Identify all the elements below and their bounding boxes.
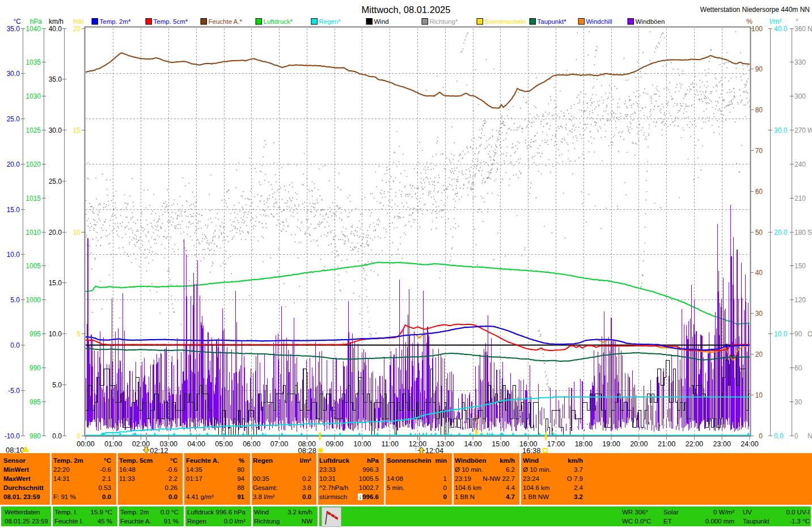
svg-text:270: 270	[794, 126, 806, 134]
svg-text:150: 150	[794, 262, 806, 270]
svg-text:Windchill: Windchill	[586, 18, 612, 25]
svg-text:11:00: 11:00	[382, 440, 399, 448]
svg-text:360: 360	[794, 25, 806, 33]
svg-text:06:00: 06:00	[243, 440, 260, 448]
svg-text:Taupunkt*: Taupunkt*	[538, 18, 567, 25]
svg-text:19:00: 19:00	[602, 440, 620, 448]
svg-text:°: °	[796, 17, 798, 26]
svg-text:Temp. 5cm*: Temp. 5cm*	[154, 18, 188, 25]
svg-text:O: O	[807, 330, 812, 338]
svg-text:21:00: 21:00	[658, 440, 675, 448]
svg-text:40: 40	[755, 269, 763, 277]
svg-text:15: 15	[73, 126, 81, 134]
svg-text:50: 50	[755, 229, 763, 236]
svg-text:90: 90	[794, 330, 802, 338]
svg-text:12:04: 12:04	[425, 446, 444, 454]
svg-text:10.0: 10.0	[7, 251, 20, 259]
svg-text:04:00: 04:00	[188, 440, 205, 448]
svg-text:40.0: 40.0	[774, 25, 788, 33]
svg-text:24:00: 24:00	[741, 440, 758, 448]
svg-text:10: 10	[755, 391, 763, 399]
svg-text:Luftdruck*: Luftdruck*	[264, 18, 293, 25]
svg-text:S: S	[807, 229, 812, 236]
svg-text:Richtung*: Richtung*	[430, 18, 458, 25]
svg-text:Feuchte A.*: Feuchte A.*	[209, 18, 243, 25]
svg-text:12:00: 12:00	[409, 440, 426, 448]
svg-text:985: 985	[29, 398, 41, 406]
svg-text:Mittwoch, 08.01.2025: Mittwoch, 08.01.2025	[362, 5, 451, 15]
svg-text:70: 70	[755, 147, 763, 155]
svg-text:60: 60	[794, 364, 802, 372]
svg-text:22:00: 22:00	[686, 440, 703, 448]
svg-text:30.0: 30.0	[49, 126, 62, 134]
svg-text:0.0: 0.0	[774, 432, 784, 440]
svg-text:02:12: 02:12	[150, 446, 168, 454]
svg-text:5: 5	[77, 330, 81, 338]
svg-text:%: %	[746, 18, 752, 26]
svg-text:km/h: km/h	[49, 18, 64, 26]
svg-text:80: 80	[755, 106, 763, 114]
svg-text:30: 30	[794, 398, 802, 406]
svg-text:1030: 1030	[26, 92, 41, 100]
svg-text:995: 995	[29, 330, 41, 338]
svg-text:35.0: 35.0	[49, 75, 62, 83]
svg-text:Regen*: Regen*	[319, 18, 341, 25]
svg-text:20.0: 20.0	[774, 229, 788, 236]
svg-text:25.0: 25.0	[7, 115, 20, 123]
svg-text:30: 30	[755, 310, 763, 318]
svg-text:30.0: 30.0	[774, 126, 788, 134]
svg-text:°C: °C	[14, 18, 22, 26]
svg-text:0: 0	[759, 432, 763, 440]
svg-text:01:00: 01:00	[104, 440, 122, 448]
svg-text:100: 100	[751, 25, 763, 33]
svg-text:10.0: 10.0	[774, 330, 788, 338]
svg-text:W: W	[807, 126, 812, 134]
svg-text:08:10: 08:10	[6, 446, 24, 454]
svg-text:20:00: 20:00	[630, 440, 648, 448]
svg-text:1005: 1005	[26, 262, 41, 270]
svg-text:990: 990	[29, 364, 41, 372]
svg-text:1040: 1040	[26, 25, 41, 33]
svg-text:14:00: 14:00	[464, 440, 481, 448]
svg-text:Wind: Wind	[374, 18, 389, 25]
svg-text:20: 20	[73, 25, 81, 33]
svg-text:0: 0	[794, 432, 798, 440]
svg-text:hPa: hPa	[30, 18, 43, 26]
svg-text:15.0: 15.0	[7, 206, 20, 214]
svg-text:980: 980	[29, 432, 41, 440]
svg-text:300: 300	[794, 92, 806, 100]
svg-text:1015: 1015	[26, 195, 41, 202]
svg-text:min: min	[73, 18, 84, 26]
svg-text:18:00: 18:00	[575, 440, 593, 448]
svg-text:07:00: 07:00	[270, 440, 288, 448]
svg-text:0.0: 0.0	[10, 341, 20, 349]
svg-text:02:00: 02:00	[132, 440, 150, 448]
svg-text:Sonnenschein: Sonnenschein	[485, 18, 526, 25]
svg-text:10:00: 10:00	[353, 440, 371, 448]
svg-text:20.0: 20.0	[7, 160, 20, 168]
svg-text:05:00: 05:00	[215, 440, 232, 448]
svg-text:5.0: 5.0	[52, 381, 62, 389]
svg-text:N: N	[807, 25, 812, 33]
svg-text:330: 330	[794, 58, 806, 66]
svg-text:17:00: 17:00	[547, 440, 565, 448]
svg-text:1025: 1025	[26, 126, 41, 134]
svg-text:20.0: 20.0	[49, 229, 62, 236]
svg-text:35.0: 35.0	[7, 25, 20, 33]
svg-text:09:00: 09:00	[325, 440, 343, 448]
svg-text:240: 240	[794, 160, 806, 168]
svg-text:l/m²: l/m²	[769, 17, 782, 26]
svg-text:40.0: 40.0	[49, 25, 62, 33]
svg-text:1020: 1020	[26, 160, 41, 168]
svg-text:15.0: 15.0	[49, 279, 62, 287]
svg-text:1035: 1035	[26, 58, 41, 66]
svg-text:Wetterstation Niedersorpe 440m: Wetterstation Niedersorpe 440m NN	[700, 6, 810, 14]
svg-text:5.0: 5.0	[10, 296, 20, 304]
svg-text:90: 90	[755, 65, 763, 73]
svg-text:-10.0: -10.0	[5, 432, 20, 440]
svg-text:180: 180	[794, 229, 806, 236]
svg-text:120: 120	[794, 296, 806, 304]
svg-text:Temp. 2m*: Temp. 2m*	[100, 18, 131, 25]
svg-text:20: 20	[755, 350, 763, 358]
svg-text:25.0: 25.0	[49, 178, 62, 185]
